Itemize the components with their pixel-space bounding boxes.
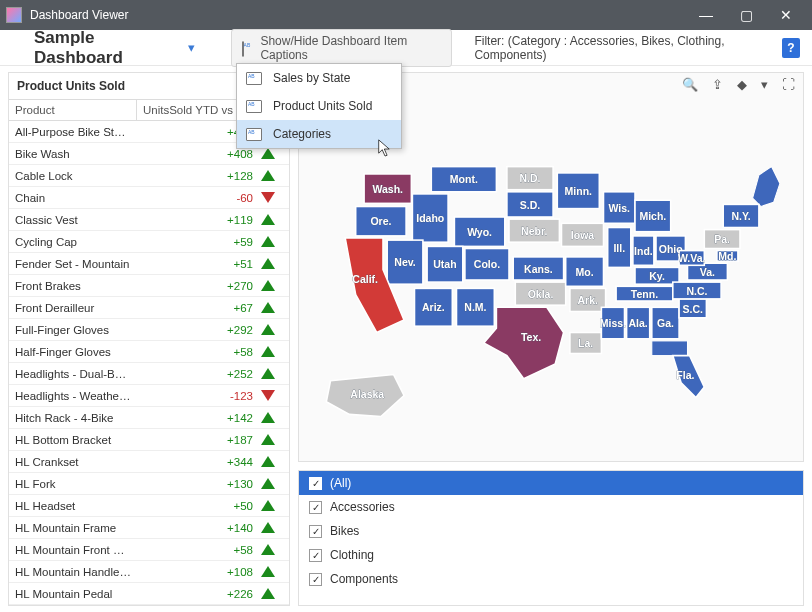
- checkbox-icon[interactable]: ✓: [309, 573, 322, 586]
- state-wis[interactable]: Wis.: [604, 192, 636, 224]
- arrow-up-icon: [261, 434, 275, 445]
- state-label: Ga.: [657, 317, 674, 329]
- table-row[interactable]: Half-Finger Gloves+58: [9, 341, 289, 363]
- maximize-button[interactable]: ▢: [726, 3, 766, 27]
- state-iowa[interactable]: Iowa: [562, 223, 604, 246]
- table-row[interactable]: HL Fork+130: [9, 473, 289, 495]
- grid-col-product[interactable]: Product: [9, 100, 137, 120]
- state-label: Ky.: [649, 270, 665, 282]
- state-wash[interactable]: Wash.: [364, 174, 411, 203]
- zoom-icon[interactable]: 🔍: [682, 77, 698, 92]
- delta-value: +408: [191, 148, 253, 160]
- filter-icon[interactable]: ▾: [761, 77, 768, 92]
- checkbox-icon[interactable]: ✓: [309, 525, 322, 538]
- dropdown-item[interactable]: Categories: [237, 120, 401, 148]
- delta-value: +187: [191, 434, 253, 446]
- state-tex[interactable]: Tex.: [484, 307, 564, 378]
- toggle-captions-button[interactable]: Show/Hide Dashboard Item Captions: [231, 29, 453, 67]
- product-name-cell: HL Mountain Handleb…: [9, 566, 137, 578]
- state-idaho[interactable]: Idaho: [412, 194, 448, 242]
- checkbox-icon[interactable]: ✓: [309, 477, 322, 490]
- state-minn[interactable]: Minn.: [557, 173, 599, 209]
- table-row[interactable]: Headlights - Dual-Beam+252: [9, 363, 289, 385]
- state-colo[interactable]: Colo.: [465, 249, 509, 281]
- dropdown-item-label: Sales by State: [273, 71, 350, 85]
- table-row[interactable]: Hitch Rack - 4-Bike+142: [9, 407, 289, 429]
- state-ind[interactable]: Ind.: [633, 236, 654, 265]
- state-mich[interactable]: Mich.: [635, 200, 671, 232]
- help-button[interactable]: ?: [782, 38, 800, 58]
- checkbox-icon[interactable]: ✓: [309, 501, 322, 514]
- state-nd[interactable]: N.D.: [507, 167, 553, 190]
- state-nev[interactable]: Nev.: [387, 240, 423, 284]
- state-nebr[interactable]: Nebr.: [509, 219, 559, 242]
- state-kans[interactable]: Kans.: [513, 257, 563, 280]
- state-la[interactable]: La.: [570, 333, 602, 354]
- state-mont[interactable]: Mont.: [431, 167, 496, 192]
- caption-icon: [242, 42, 255, 54]
- map-body[interactable]: Wash.Ore.IdahoMont.Wyo.N.D.S.D.Nebr.Kans…: [299, 99, 803, 461]
- table-row[interactable]: Chain-60: [9, 187, 289, 209]
- dropdown-item[interactable]: Sales by State: [237, 64, 401, 92]
- table-row[interactable]: HL Mountain Front W…+58: [9, 539, 289, 561]
- state-ariz[interactable]: Ariz.: [415, 288, 453, 326]
- captions-dropdown[interactable]: Sales by StateProduct Units SoldCategori…: [236, 63, 402, 149]
- layers-icon[interactable]: ◆: [737, 77, 747, 92]
- fullscreen-icon[interactable]: ⛶: [782, 77, 795, 92]
- close-button[interactable]: ✕: [766, 3, 806, 27]
- state-nm[interactable]: N.M.: [457, 288, 495, 326]
- category-filter-item[interactable]: ✓Bikes: [299, 519, 803, 543]
- state-mo[interactable]: Mo.: [566, 257, 604, 286]
- state-label: La.: [578, 337, 593, 349]
- funnel-icon[interactable]: ▾: [188, 40, 195, 55]
- arrow-up-icon: [261, 346, 275, 357]
- state-label: Tex.: [521, 331, 541, 343]
- delta-cell: -60: [137, 192, 289, 204]
- map-svg[interactable]: Wash.Ore.IdahoMont.Wyo.N.D.S.D.Nebr.Kans…: [299, 99, 803, 461]
- state-md[interactable]: Md.: [717, 250, 738, 262]
- table-row[interactable]: HL Crankset+344: [9, 451, 289, 473]
- state-ore[interactable]: Ore.: [356, 207, 406, 236]
- state-ill[interactable]: Ill.: [608, 228, 631, 268]
- app-window: Dashboard Viewer — ▢ ✕ Sample Dashboard …: [0, 0, 812, 612]
- table-row[interactable]: Cycling Cap+59: [9, 231, 289, 253]
- state-utah[interactable]: Utah: [427, 246, 463, 282]
- state-ala[interactable]: Ala.: [627, 307, 650, 339]
- table-row[interactable]: HL Headset+50: [9, 495, 289, 517]
- table-row[interactable]: Classic Vest+119: [9, 209, 289, 231]
- minimize-button[interactable]: —: [686, 3, 726, 27]
- state-alaska[interactable]: Alaska: [326, 375, 404, 417]
- category-filter-item[interactable]: ✓Accessories: [299, 495, 803, 519]
- category-filter-item[interactable]: ✓Clothing: [299, 543, 803, 567]
- table-row[interactable]: HL Mountain Handleb…+108: [9, 561, 289, 583]
- checkbox-icon[interactable]: ✓: [309, 549, 322, 562]
- state-ga[interactable]: Ga.: [652, 307, 679, 339]
- table-row[interactable]: Headlights - Weather…-123: [9, 385, 289, 407]
- table-row[interactable]: Front Derailleur+67: [9, 297, 289, 319]
- table-row[interactable]: HL Mountain Pedal+226: [9, 583, 289, 605]
- state-sd[interactable]: S.D.: [507, 192, 553, 217]
- category-filter-item[interactable]: ✓(All): [299, 471, 803, 495]
- table-row[interactable]: Front Brakes+270: [9, 275, 289, 297]
- table-row[interactable]: Cable Lock+128: [9, 165, 289, 187]
- export-icon[interactable]: ⇪: [712, 77, 723, 92]
- state-wyo[interactable]: Wyo.: [454, 217, 504, 246]
- state-ny[interactable]: N.Y.: [723, 204, 759, 227]
- dropdown-item[interactable]: Product Units Sold: [237, 92, 401, 120]
- state-wva[interactable]: W.Va.: [678, 251, 706, 266]
- state-fla[interactable]: Fla.: [673, 356, 705, 398]
- category-filter-item[interactable]: ✓Components: [299, 567, 803, 591]
- table-row[interactable]: HL Bottom Bracket+187: [9, 429, 289, 451]
- table-row[interactable]: Fender Set - Mountain+51: [9, 253, 289, 275]
- table-row[interactable]: HL Mountain Frame+140: [9, 517, 289, 539]
- state-sc[interactable]: S.C.: [679, 299, 706, 318]
- state-okla[interactable]: Okla.: [515, 282, 565, 305]
- state-tenn[interactable]: Tenn.: [616, 286, 673, 301]
- state-ark[interactable]: Ark.: [570, 288, 606, 311]
- state-miss[interactable]: Miss.: [600, 307, 626, 339]
- product-name-cell: Hitch Rack - 4-Bike: [9, 412, 137, 424]
- table-row[interactable]: Full-Finger Gloves+292: [9, 319, 289, 341]
- state-nc[interactable]: N.C.: [673, 282, 721, 299]
- state-pa[interactable]: Pa.: [704, 230, 740, 249]
- state-label: N.M.: [464, 302, 486, 314]
